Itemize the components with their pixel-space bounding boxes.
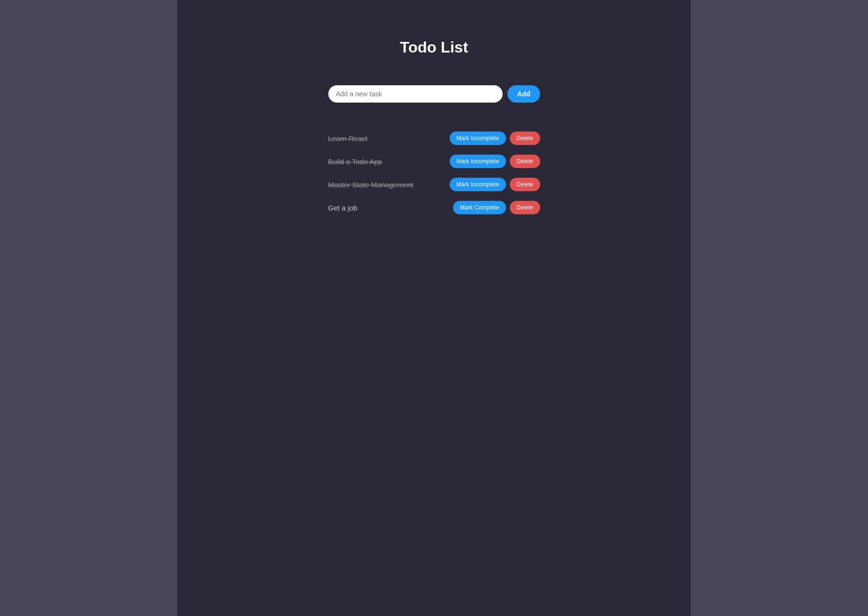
delete-button[interactable]: Delete [510, 201, 540, 214]
task-label: Learn React [328, 134, 368, 143]
mark-incomplete-button[interactable]: Mark Incomplete [450, 178, 506, 191]
delete-button[interactable]: Delete [510, 155, 540, 168]
task-input[interactable] [328, 85, 503, 103]
sidebar-right [691, 0, 868, 616]
task-row: Build a Todo AppMark IncompleteDelete [328, 150, 540, 173]
add-task-section: Add [328, 85, 540, 103]
task-label: Build a Todo App [328, 157, 382, 166]
task-actions: Mark IncompleteDelete [450, 155, 540, 168]
task-row: Get a jobMark CompleteDelete [328, 196, 540, 219]
page-title: Todo List [400, 39, 468, 56]
mark-incomplete-button[interactable]: Mark Incomplete [450, 131, 506, 145]
delete-button[interactable]: Delete [510, 178, 540, 191]
task-label: Master State Management [328, 181, 414, 189]
add-task-button[interactable]: Add [507, 85, 540, 103]
mark-incomplete-button[interactable]: Mark Incomplete [450, 155, 506, 168]
task-row: Master State ManagementMark IncompleteDe… [328, 173, 540, 196]
delete-button[interactable]: Delete [510, 131, 540, 145]
task-actions: Mark IncompleteDelete [450, 131, 540, 145]
sidebar-left [0, 0, 177, 616]
task-actions: Mark CompleteDelete [453, 201, 540, 214]
main-content: Todo List Add Learn ReactMark Incomplete… [177, 0, 691, 616]
task-row: Learn ReactMark IncompleteDelete [328, 127, 540, 150]
mark-complete-button[interactable]: Mark Complete [453, 201, 505, 214]
task-label: Get a job [328, 204, 358, 212]
task-actions: Mark IncompleteDelete [450, 178, 540, 191]
task-list: Learn ReactMark IncompleteDeleteBuild a … [328, 127, 540, 219]
